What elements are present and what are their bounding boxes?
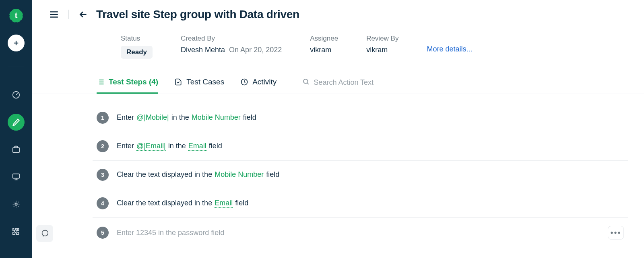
step-text-fragment: Enter xyxy=(117,113,134,122)
tab-label: Test Steps (4) xyxy=(109,78,158,86)
tab-activity[interactable]: Activity xyxy=(240,71,277,94)
step-text-fragment: in the xyxy=(171,113,189,122)
search-icon xyxy=(302,78,310,87)
meta-created-by: Created By Divesh Mehta On Apr 20, 2022 xyxy=(181,35,282,54)
step-row[interactable]: 4Clear the text displayed in theEmailfie… xyxy=(93,189,628,218)
step-number: 4 xyxy=(97,197,109,209)
svg-rect-11 xyxy=(13,147,20,152)
tabs-row: Test Steps (4) Test Cases Activity xyxy=(32,71,644,94)
data-token[interactable]: @|Mobile| xyxy=(136,113,169,122)
meta-review-by: Review By vikram xyxy=(366,35,398,54)
divider xyxy=(68,10,69,19)
created-by-value: Divesh Mehta xyxy=(181,46,225,54)
edit-icon[interactable] xyxy=(8,114,25,131)
svg-point-13 xyxy=(15,203,17,205)
row-actions: ••• xyxy=(608,226,624,240)
new-step-row[interactable]: 5Enter 12345 in the password field••• xyxy=(93,218,628,248)
topbar: Travel site Step group with Data driven xyxy=(32,0,644,21)
step-number: 5 xyxy=(97,227,109,239)
kebab-menu-icon[interactable]: ••• xyxy=(608,226,624,240)
meta-assignee: Assignee vikram xyxy=(310,35,338,54)
meta-row: Status Ready Created By Divesh Mehta On … xyxy=(32,21,644,71)
step-text-fragment: Clear the text displayed in the xyxy=(117,170,212,179)
svg-point-2 xyxy=(20,9,23,12)
step-row[interactable]: 1Enter@|Mobile|in theMobile Numberfield xyxy=(93,104,628,132)
tab-label: Test Cases xyxy=(186,78,224,86)
meta-status: Status Ready xyxy=(121,35,153,59)
step-text-fragment: field xyxy=(209,142,222,150)
review-by-label: Review By xyxy=(366,35,398,43)
tab-test-steps[interactable]: Test Steps (4) xyxy=(97,71,158,94)
page-title: Travel site Step group with Data driven xyxy=(96,8,299,21)
status-label: Status xyxy=(121,35,153,43)
monitor-icon[interactable] xyxy=(8,168,25,185)
step-number: 1 xyxy=(97,112,109,124)
hamburger-icon[interactable] xyxy=(48,9,60,20)
review-by-value: vikram xyxy=(366,46,398,54)
step-row[interactable]: 2Enter@|Email|in theEmailfield xyxy=(93,132,628,161)
step-row[interactable]: 3Clear the text displayed in theMobile N… xyxy=(93,161,628,189)
step-text-fragment: field xyxy=(235,199,248,207)
step-number: 2 xyxy=(97,140,109,152)
field-token[interactable]: Mobile Number xyxy=(192,113,241,122)
step-text: Enter@|Email|in theEmailfield xyxy=(117,142,624,151)
step-text: Clear the text displayed in theEmailfiel… xyxy=(117,199,624,208)
sidebar: t xyxy=(0,0,32,258)
status-badge: Ready xyxy=(121,46,153,59)
svg-point-8 xyxy=(10,9,12,12)
list-icon xyxy=(97,78,105,86)
dashboard-icon[interactable] xyxy=(8,86,25,103)
step-text: Enter@|Mobile|in theMobile Numberfield xyxy=(117,113,624,122)
briefcase-icon[interactable] xyxy=(8,141,25,158)
svg-point-4 xyxy=(20,20,23,22)
add-button[interactable] xyxy=(8,35,25,51)
more-details-link[interactable]: More details... xyxy=(427,35,472,53)
chat-icon[interactable] xyxy=(36,225,53,242)
new-step-placeholder[interactable]: Enter 12345 in the password field xyxy=(117,229,600,237)
field-token[interactable]: Email xyxy=(188,142,206,151)
sidebar-divider xyxy=(8,66,24,66)
document-check-icon xyxy=(174,78,182,86)
assignee-label: Assignee xyxy=(310,35,338,43)
brand-logo[interactable]: t xyxy=(8,7,25,24)
back-arrow-icon[interactable] xyxy=(78,9,89,20)
svg-point-6 xyxy=(10,20,12,22)
step-text-fragment: field xyxy=(266,170,279,179)
steps-list: 1Enter@|Mobile|in theMobile Numberfield2… xyxy=(32,94,644,248)
main: Travel site Step group with Data driven … xyxy=(32,0,644,258)
step-text-fragment: Clear the text displayed in the xyxy=(117,199,212,207)
step-text-fragment: in the xyxy=(168,142,186,150)
svg-rect-12 xyxy=(13,174,20,178)
step-number: 3 xyxy=(97,169,109,181)
search-wrap xyxy=(302,78,410,87)
step-text: Clear the text displayed in theMobile Nu… xyxy=(117,170,624,179)
step-text-fragment: Enter xyxy=(117,142,134,150)
created-on: On Apr 20, 2022 xyxy=(229,46,282,54)
svg-text:t: t xyxy=(15,11,18,20)
field-token[interactable]: Email xyxy=(215,199,233,208)
assignee-value: vikram xyxy=(310,46,338,54)
search-input[interactable] xyxy=(314,78,410,87)
tab-test-cases[interactable]: Test Cases xyxy=(174,71,224,94)
puzzle-icon[interactable] xyxy=(8,223,25,240)
created-by-label: Created By xyxy=(181,35,282,43)
clock-icon xyxy=(240,78,248,86)
field-token[interactable]: Mobile Number xyxy=(215,170,264,179)
data-token[interactable]: @|Email| xyxy=(136,142,166,151)
step-text-fragment: field xyxy=(243,113,256,122)
svg-point-15 xyxy=(303,79,308,84)
tab-label: Activity xyxy=(252,78,277,86)
gear-bug-icon[interactable] xyxy=(8,196,25,213)
